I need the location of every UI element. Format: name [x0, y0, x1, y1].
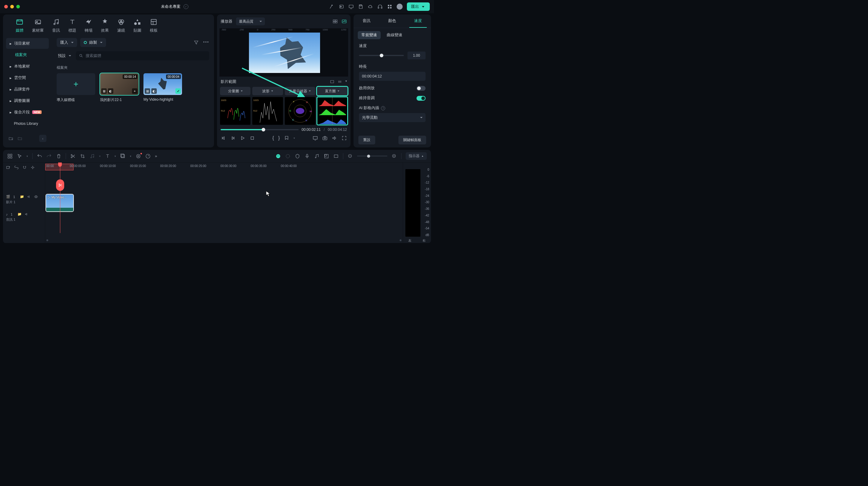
reset-button[interactable]: 重設: [358, 136, 375, 144]
close-window[interactable]: [4, 5, 8, 8]
ai-assistant-icon[interactable]: [276, 153, 281, 159]
tab-effects[interactable]: 效果: [101, 18, 109, 33]
split-icon[interactable]: [70, 153, 76, 159]
scope-collapse-icon[interactable]: ▾: [345, 79, 347, 84]
media-thumbnail[interactable]: 00:00:14 ⊞◐ + 我的影片22-1: [100, 73, 138, 102]
collapse-sidebar-button[interactable]: ‹: [39, 135, 46, 142]
more-icon[interactable]: •••: [203, 40, 209, 45]
save-icon[interactable]: [358, 4, 364, 9]
timeline-more-icon[interactable]: »: [155, 154, 157, 158]
timeline-tracks[interactable]: 00:00 00:00:05:00 00:00:10:00 00:00:15:0…: [45, 162, 403, 243]
add-to-timeline-icon[interactable]: +: [132, 88, 137, 94]
video-track-header[interactable]: 🎬1📁 影片 1: [3, 191, 45, 208]
volume-icon[interactable]: [332, 135, 337, 141]
select-tool-icon[interactable]: [17, 153, 22, 159]
mark-out-icon[interactable]: }: [278, 135, 280, 141]
tab-stock[interactable]: 素材庫: [32, 18, 44, 33]
sidebar-item-adjust-layer[interactable]: ▸調整圖層: [6, 95, 49, 106]
tab-stickers[interactable]: 貼圖: [133, 18, 141, 33]
playback-scrubber[interactable]: [221, 129, 299, 130]
sidebar-item-folder[interactable]: 檔案夾: [6, 50, 49, 60]
tab-color-props[interactable]: 顏色: [383, 14, 401, 28]
monitor-icon[interactable]: [348, 4, 354, 9]
snapshot-icon[interactable]: [322, 135, 328, 141]
track-add-icon[interactable]: [6, 165, 10, 170]
video-preview[interactable]: -500-250025050075010001250: [219, 28, 348, 77]
scope-settings-icon[interactable]: [330, 79, 335, 84]
magnet-icon[interactable]: [22, 165, 27, 170]
tab-titles[interactable]: 標題: [68, 18, 76, 33]
text-icon[interactable]: [105, 153, 110, 159]
zoom-out-icon[interactable]: [347, 153, 353, 159]
snap-icon[interactable]: [30, 165, 35, 170]
sidebar-item-brand[interactable]: ▸品牌套件: [6, 84, 49, 95]
filter-icon[interactable]: [193, 40, 199, 45]
tab-speed-props[interactable]: 速度: [409, 14, 427, 28]
sidebar-item-photos[interactable]: Photos Library: [6, 118, 49, 129]
speed-value-input[interactable]: 1.00: [407, 52, 426, 59]
tab-filters[interactable]: 濾鏡: [117, 18, 125, 33]
marker-timeline-icon[interactable]: [295, 153, 300, 159]
adjust-icon[interactable]: [120, 153, 126, 159]
scope-layout-icon[interactable]: [338, 79, 342, 84]
mark-in-icon[interactable]: {: [273, 135, 274, 141]
reverse-toggle[interactable]: [416, 86, 426, 91]
indicator-button[interactable]: 指示器▲: [406, 152, 427, 160]
record-dropdown[interactable]: 錄製: [80, 38, 106, 47]
timeline-zoom-slider[interactable]: [357, 156, 387, 156]
user-avatar[interactable]: [397, 4, 403, 10]
import-dropdown[interactable]: 匯入: [57, 38, 77, 47]
aspect-icon[interactable]: [333, 153, 339, 159]
marker-icon[interactable]: [284, 135, 289, 141]
display-icon[interactable]: [313, 135, 318, 141]
tab-templates[interactable]: 模板: [150, 18, 158, 33]
prev-frame-icon[interactable]: [221, 135, 226, 141]
next-frame-icon[interactable]: [230, 135, 236, 141]
mixer-icon[interactable]: [324, 153, 329, 159]
scope-tab-waveform[interactable]: 波形: [252, 87, 283, 95]
duration-input[interactable]: 00:00:04:12: [359, 72, 426, 81]
headphones-icon[interactable]: [377, 4, 383, 9]
stop-icon[interactable]: [250, 135, 255, 141]
track-mute-icon[interactable]: [27, 195, 31, 199]
play-icon[interactable]: [240, 135, 245, 141]
audio-settings-icon[interactable]: [314, 153, 319, 159]
timeline-ruler[interactable]: 00:00 00:00:05:00 00:00:10:00 00:00:15:0…: [45, 162, 403, 172]
scope-tab-parade[interactable]: 分量圖: [220, 87, 250, 95]
import-media-tile[interactable]: + 導入媒體檔: [57, 73, 95, 102]
minimize-window[interactable]: [10, 5, 14, 8]
media-search-input[interactable]: 搜索媒體: [76, 51, 209, 60]
layout-icon[interactable]: [7, 153, 13, 159]
track-mute-icon[interactable]: [25, 212, 29, 216]
playhead[interactable]: [60, 162, 60, 233]
scope-tab-vectorscope[interactable]: 矢量示波器: [285, 87, 315, 95]
preset-dropdown[interactable]: 預設: [57, 51, 72, 60]
scope-view-icon[interactable]: [341, 19, 347, 24]
pitch-toggle[interactable]: [416, 96, 426, 101]
media-thumbnail[interactable]: 00:00:04 ⊞◐ ✓ My Video-highlight: [144, 73, 182, 102]
sidebar-item-compound[interactable]: ▸復合片段NEW: [6, 107, 49, 118]
folder-icon[interactable]: [18, 136, 22, 141]
quality-dropdown[interactable]: 最高品質: [236, 18, 265, 25]
subtab-curve-speed[interactable]: 曲線變速: [383, 31, 406, 39]
crop-icon[interactable]: [80, 153, 85, 159]
sidebar-item-local[interactable]: ▸本地素材: [6, 61, 49, 72]
playhead-split-button[interactable]: [56, 179, 64, 191]
share-icon[interactable]: [329, 4, 335, 9]
render-icon[interactable]: [285, 153, 290, 159]
sidebar-item-cloud[interactable]: ▸雲空間: [6, 72, 49, 83]
tab-transitions[interactable]: 轉場: [85, 18, 93, 33]
speed-timeline-icon[interactable]: [145, 153, 151, 159]
sidebar-item-project-media[interactable]: ▸項目素材: [6, 38, 49, 49]
track-visible-icon[interactable]: [34, 195, 38, 199]
maximize-window[interactable]: [16, 5, 20, 8]
timeline-clip[interactable]: ▷My Video...: [46, 194, 73, 211]
zoom-in-icon[interactable]: [392, 153, 397, 159]
tab-media[interactable]: 媒體: [16, 18, 24, 33]
subtab-uniform-speed[interactable]: 常規變速: [358, 31, 381, 39]
link-icon[interactable]: [14, 165, 19, 170]
scope-tab-histogram[interactable]: 直方圖: [317, 87, 347, 95]
export-button[interactable]: 匯出: [407, 2, 430, 11]
keyframe-panel-button[interactable]: 關鍵幀面板: [398, 136, 426, 144]
fullscreen-icon[interactable]: [341, 135, 347, 141]
